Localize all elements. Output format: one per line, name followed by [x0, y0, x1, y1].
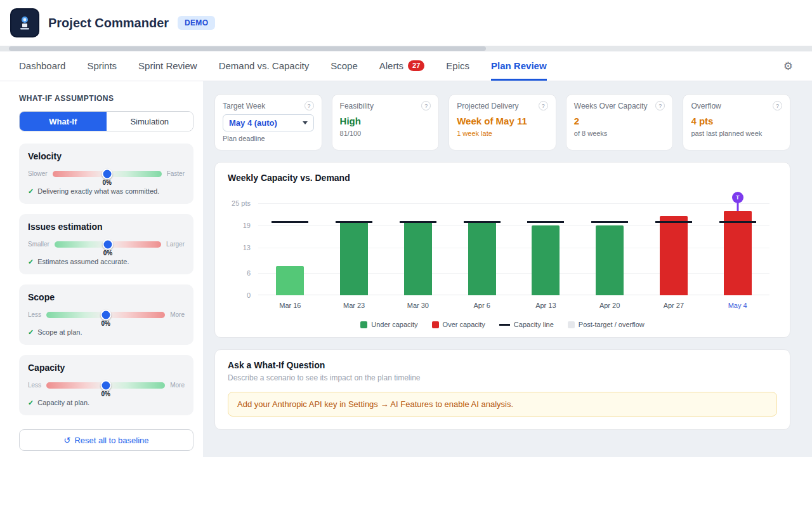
stat-label: Projected Delivery: [457, 102, 518, 110]
slider-max-label: More: [170, 311, 185, 318]
slider-min-label: Smaller: [28, 241, 49, 248]
stat-value: High: [340, 116, 431, 126]
slider-value: 0%: [103, 250, 112, 257]
help-icon[interactable]: [773, 101, 782, 110]
stat-label: Overflow: [691, 102, 721, 110]
demand-bar: [404, 222, 432, 295]
stat-sub: past last planned week: [691, 130, 782, 137]
stat-sub: Plan deadline: [223, 135, 314, 142]
y-tick: 13: [243, 244, 251, 251]
demand-bar: [468, 222, 496, 295]
main-nav: Dashboard Sprints Sprint Review Demand v…: [0, 51, 812, 81]
alerts-count-badge: 27: [408, 60, 424, 71]
tab-dashboard[interactable]: Dashboard: [19, 51, 65, 81]
overflow-swatch: [568, 321, 575, 328]
stat-value: 2: [574, 116, 665, 126]
slider-note: Scope at plan.: [28, 328, 185, 337]
bar-column: [450, 203, 514, 295]
slider-note: Delivering exactly what was committed.: [28, 187, 185, 196]
page-layout: WHAT-IF ASSUMPTIONS What-If Simulation V…: [0, 81, 812, 457]
settings-gear-icon[interactable]: [783, 60, 793, 73]
target-marker-icon: T: [732, 192, 743, 203]
tab-epics[interactable]: Epics: [446, 51, 469, 81]
reset-baseline-button[interactable]: Reset all to baseline: [19, 429, 193, 451]
slider-thumb[interactable]: [102, 168, 112, 179]
stat-card-weeks-over-capacity: Weeks Over Capacity 2 of 8 weeks: [566, 94, 674, 150]
scope-slider[interactable]: 0%: [46, 312, 165, 318]
slider-thumb[interactable]: [103, 239, 114, 250]
x-tick: Apr 27: [642, 302, 706, 309]
capacity-line-segment: [400, 221, 436, 223]
x-tick-target: May 4: [705, 302, 769, 309]
help-icon[interactable]: [304, 101, 314, 110]
capacity-line-swatch: [499, 324, 510, 326]
under-capacity-swatch: [360, 321, 367, 328]
bar-column: [258, 203, 322, 295]
check-icon: [28, 399, 34, 407]
tab-sprints[interactable]: Sprints: [87, 51, 117, 81]
toggle-whatif[interactable]: What-If: [20, 112, 107, 131]
capacity-line-segment: [272, 221, 308, 223]
bar-column-target: T: [705, 203, 769, 295]
stat-label: Weeks Over Capacity: [574, 102, 648, 110]
mode-toggle: What-If Simulation: [19, 111, 193, 131]
issues-estimation-slider[interactable]: 0%: [55, 241, 161, 248]
x-tick: Apr 20: [578, 302, 642, 309]
demo-badge: DEMO: [178, 16, 215, 30]
stat-card-target-week: Target Week May 4 (auto) Plan deadline: [214, 94, 322, 150]
slider-thumb[interactable]: [100, 309, 111, 320]
bar-column: [514, 203, 578, 295]
slider-title: Velocity: [28, 151, 185, 161]
help-icon[interactable]: [539, 101, 548, 110]
y-tick: 0: [247, 291, 251, 299]
capacity-demand-chart-card: Weekly Capacity vs. Demand 25 pts 19 13 …: [214, 162, 790, 338]
chart-legend: Under capacity Over capacity Capacity li…: [228, 321, 777, 328]
slider-note: Estimates assumed accurate.: [28, 258, 185, 266]
bar-column: [642, 203, 706, 295]
bar-column: [386, 203, 450, 295]
tab-sprint-review[interactable]: Sprint Review: [138, 51, 197, 81]
target-week-select[interactable]: May 4 (auto): [223, 114, 314, 131]
demand-bar: [660, 216, 688, 295]
y-axis: 25 pts 19 13 6 0: [228, 203, 253, 295]
help-icon[interactable]: [421, 101, 431, 110]
capacity-line-segment: [464, 221, 501, 223]
over-capacity-swatch: [432, 321, 439, 328]
slider-min-label: Less: [28, 382, 41, 389]
tab-scope[interactable]: Scope: [331, 51, 358, 81]
app-header: Project Commander DEMO: [0, 0, 812, 46]
scrollbar-thumb[interactable]: [9, 46, 486, 51]
capacity-line-segment: [719, 221, 756, 223]
whatif-sidebar: WHAT-IF ASSUMPTIONS What-If Simulation V…: [0, 81, 203, 457]
tab-alerts[interactable]: Alerts 27: [379, 51, 425, 81]
capacity-slider[interactable]: 0%: [46, 382, 165, 389]
chart-title: Weekly Capacity vs. Demand: [228, 173, 777, 183]
tab-plan-review[interactable]: Plan Review: [491, 51, 547, 81]
slider-value: 0%: [101, 320, 110, 327]
toggle-simulation[interactable]: Simulation: [107, 112, 193, 131]
bar-column: [578, 203, 642, 295]
api-key-banner: Add your Anthropic API key in Settings →…: [228, 392, 777, 417]
slider-thumb[interactable]: [100, 380, 111, 391]
x-tick: Apr 13: [514, 302, 578, 309]
legend-over-capacity: Over capacity: [432, 321, 485, 328]
slider-min-label: Slower: [28, 170, 48, 177]
legend-under-capacity: Under capacity: [360, 321, 417, 328]
slider-card-capacity: Capacity Less 0% More Capacity at plan.: [19, 355, 193, 415]
stat-sub: of 8 weeks: [574, 130, 665, 137]
bars-container: T: [258, 203, 769, 295]
horizontal-scrollbar[interactable]: [0, 46, 812, 51]
slider-card-scope: Scope Less 0% More Scope at plan.: [19, 284, 193, 345]
capacity-line-segment: [527, 221, 564, 223]
tab-demand-vs-capacity[interactable]: Demand vs. Capacity: [219, 51, 310, 81]
x-tick: Apr 6: [450, 302, 514, 309]
help-icon[interactable]: [655, 101, 665, 110]
stat-value: 4 pts: [691, 116, 782, 126]
slider-value: 0%: [102, 179, 111, 186]
stat-value: Week of May 11: [457, 116, 548, 126]
stat-card-projected-delivery: Projected Delivery Week of May 11 1 week…: [449, 94, 556, 150]
velocity-slider[interactable]: 0%: [53, 171, 162, 177]
capacity-line-segment: [655, 221, 692, 223]
slider-value: 0%: [101, 391, 110, 398]
main-content: Target Week May 4 (auto) Plan deadline F…: [203, 81, 812, 457]
